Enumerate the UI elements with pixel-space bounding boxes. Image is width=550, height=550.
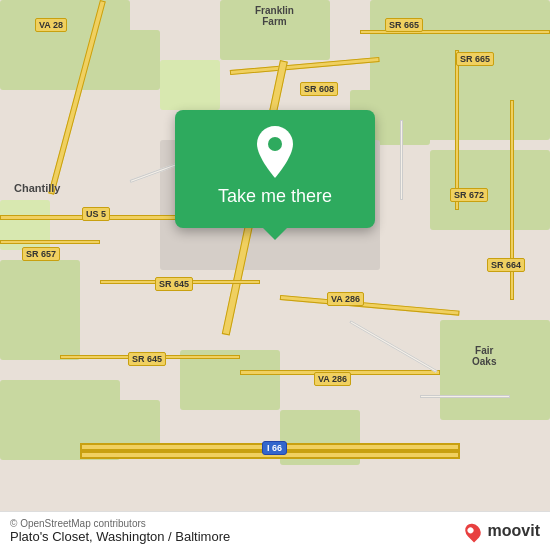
map-container: VA 28 SR 665 SR 665 SR 608 US 5 SR 657 S… <box>0 0 550 550</box>
terrain-patch <box>160 60 220 110</box>
bottom-bar: © OpenStreetMap contributors Plato's Clo… <box>0 511 550 550</box>
location-icon-wrapper <box>249 126 301 178</box>
road-label-sr608: SR 608 <box>300 82 338 96</box>
road-label-sr665a: SR 665 <box>385 18 423 32</box>
place-name-label: Plato's Closet, Washington / Baltimore <box>10 529 230 544</box>
popup-card: Take me there <box>175 110 375 228</box>
moovit-brand-text: moovit <box>488 522 540 540</box>
road-minor3 <box>420 395 510 398</box>
copyright-text: © OpenStreetMap contributors <box>10 518 230 529</box>
terrain-patch <box>180 350 280 410</box>
moovit-pin-icon <box>466 523 480 540</box>
road-label-va286a: VA 286 <box>327 292 364 306</box>
road-minor4 <box>400 120 403 200</box>
road-label-va286b: VA 286 <box>314 372 351 386</box>
terrain-patch <box>100 400 160 445</box>
location-pin-icon <box>253 126 297 178</box>
place-label-fair-oaks: FairOaks <box>472 345 496 367</box>
road-label-sr664: SR 664 <box>487 258 525 272</box>
road-label-sr645b: SR 645 <box>128 352 166 366</box>
road-minor2 <box>349 320 437 373</box>
take-me-there-button[interactable]: Take me there <box>218 186 332 208</box>
road-label-sr645a: SR 645 <box>155 277 193 291</box>
road-label-va28: VA 28 <box>35 18 67 32</box>
place-label-franklin-farm: FranklinFarm <box>255 5 294 27</box>
terrain-patch <box>0 260 80 360</box>
terrain-patch <box>430 150 550 230</box>
road-va286 <box>280 295 460 316</box>
map-background: VA 28 SR 665 SR 665 SR 608 US 5 SR 657 S… <box>0 0 550 550</box>
road-sr672 <box>455 50 459 210</box>
road-label-us50: US 5 <box>82 207 110 221</box>
road-label-sr665b: SR 665 <box>456 52 494 66</box>
bottom-left: © OpenStreetMap contributors Plato's Clo… <box>10 518 230 544</box>
place-label-chantilly: Chantilly <box>14 182 60 194</box>
svg-point-0 <box>268 137 282 151</box>
road-label-i66: I 66 <box>262 441 287 455</box>
moovit-logo: moovit <box>466 522 540 540</box>
road-sr657 <box>0 240 100 244</box>
terrain-patch <box>440 320 550 420</box>
road-label-sr672: SR 672 <box>450 188 488 202</box>
road-label-sr657: SR 657 <box>22 247 60 261</box>
